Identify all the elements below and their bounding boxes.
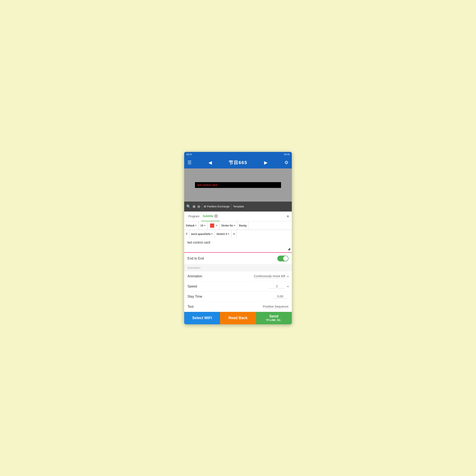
animation-row[interactable]: Animation Continuously move left ◀ — [184, 271, 292, 281]
tab-subtitle[interactable]: Subtitle × — [201, 211, 220, 221]
toggle-knob — [283, 256, 288, 261]
toolbar-divider2 — [231, 204, 231, 209]
read-back-label: Read Back — [228, 316, 248, 320]
send-sub-label: TP-LINK_5G_ — [266, 319, 282, 322]
bg-selector[interactable]: Backg — [237, 221, 248, 230]
tab-subtitle-label: Subtitle — [203, 214, 213, 218]
top-nav: ☰ ◀ 节目665 ▶ ⚙ — [184, 157, 292, 169]
zoom-in-icon[interactable]: ⊕ — [192, 204, 196, 209]
bg-label: Backg — [239, 224, 246, 227]
end-to-end-row: End to End — [184, 253, 292, 265]
partition-icon: ⊞ — [204, 205, 206, 208]
tab-row: Program Subtitle × + — [184, 211, 292, 221]
animation-section-header: Animation — [184, 265, 292, 271]
t-button[interactable]: T — [184, 230, 189, 238]
tab-close-icon[interactable]: × — [214, 214, 218, 218]
color-selector[interactable]: ▼ — [208, 221, 219, 230]
end-to-end-label: End to End — [187, 257, 204, 260]
text-value: Positive Sequence — [263, 305, 289, 309]
animation-value-container[interactable]: Continuously move left ◀ — [254, 274, 289, 278]
send-button[interactable]: Send TP-LINK_5G_ — [256, 312, 292, 324]
word-space-label: word space — [191, 232, 205, 236]
preview-text: led control card — [195, 182, 281, 188]
format-bars: Default ▼ 16 ▼ ▼ Stroke No ▼ Backg T — [184, 221, 292, 238]
status-bar: HD B 09:45 — [184, 152, 292, 157]
speed-label: Speed — [187, 285, 197, 288]
prev-icon[interactable]: ◀ — [208, 160, 212, 165]
toolbar-divider — [202, 204, 202, 209]
toolbar: 🔍 ⊕ ⊖ ⊞ Partition Exchange Template — [184, 202, 292, 211]
align-icon: ≡ — [233, 232, 235, 236]
text-label: Text — [187, 305, 193, 308]
stroke-arrow: ▼ — [234, 224, 236, 227]
stretch-label: Stretch — [217, 232, 225, 236]
size-label: 16 — [200, 224, 203, 227]
settings-icon[interactable]: ⚙ — [284, 160, 289, 165]
menu-icon[interactable]: ☰ — [187, 160, 192, 165]
bottom-buttons: Select WiFi Read Back Send TP-LINK_5G_ — [184, 312, 292, 324]
stretch-arrow: ▼ — [228, 233, 230, 235]
animation-value: Continuously move left — [254, 274, 285, 278]
word-space-arrow: ▼ — [211, 233, 213, 235]
next-icon[interactable]: ▶ — [264, 160, 268, 165]
animation-label: Animation — [187, 274, 202, 278]
size-arrow: ▼ — [204, 224, 206, 227]
stay-time-label: Stay Time — [187, 295, 202, 298]
tab-add-button[interactable]: + — [287, 213, 289, 219]
text-content: led control card — [187, 241, 210, 244]
settings-section: End to End Animation Animation Continuou… — [184, 253, 292, 312]
page-title: 节目665 — [229, 160, 248, 166]
format-row-2: T word space Defa ▼ Stretch 0 ▼ ≡ — [184, 230, 292, 238]
tab-program-label: Program — [188, 215, 200, 218]
tab-program[interactable]: Program — [187, 211, 201, 221]
partition-label: Partition Exchange — [207, 205, 230, 208]
text-value-container[interactable]: Positive Sequence — [263, 305, 289, 309]
t-label: T — [186, 232, 187, 236]
word-space-value: Defa — [205, 232, 210, 236]
status-bar-right: 09:45 — [284, 153, 290, 156]
send-label: Send — [269, 314, 278, 319]
speed-value: 2 — [269, 284, 285, 289]
font-selector[interactable]: Default ▼ — [184, 221, 199, 230]
speed-row[interactable]: Speed 2 ◀ — [184, 281, 292, 292]
status-bar-time: 09:45 — [284, 153, 290, 156]
stroke-label: Stroke No — [221, 224, 233, 227]
read-back-button[interactable]: Read Back — [220, 312, 256, 324]
zoom-out-icon[interactable]: ⊖ — [197, 204, 200, 209]
font-arrow: ▼ — [195, 224, 197, 227]
select-wifi-label: Select WiFi — [192, 316, 212, 320]
animation-arrow: ◀ — [287, 275, 289, 277]
word-space-selector[interactable]: word space Defa ▼ — [189, 230, 215, 238]
font-label: Default — [186, 224, 194, 227]
preview-area: led control card — [184, 169, 292, 202]
format-row-1: Default ▼ 16 ▼ ▼ Stroke No ▼ Backg — [184, 221, 292, 230]
align-button[interactable]: ≡ — [232, 230, 237, 238]
speed-arrow: ◀ — [287, 285, 289, 288]
status-bar-left: HD B — [186, 153, 192, 156]
stretch-selector[interactable]: Stretch 0 ▼ — [215, 230, 232, 238]
text-row[interactable]: Text Positive Sequence — [184, 302, 292, 312]
select-wifi-button[interactable]: Select WiFi — [184, 312, 220, 324]
cursor-arrow-icon: ◢ — [288, 247, 290, 251]
stay-time-value-container[interactable]: 0.00 — [272, 294, 289, 299]
template-button[interactable]: Template — [233, 205, 244, 208]
animation-section-label: Animation — [187, 266, 200, 270]
speed-value-container[interactable]: 2 ◀ — [269, 284, 289, 289]
color-box — [210, 223, 214, 228]
template-label: Template — [233, 205, 244, 208]
end-to-end-toggle[interactable] — [277, 255, 289, 261]
color-arrow: ▼ — [215, 224, 218, 227]
partition-exchange-button[interactable]: ⊞ Partition Exchange — [204, 205, 230, 208]
stretch-value: 0 — [226, 232, 227, 236]
phone-container: HD B 09:45 ☰ ◀ 节目665 ▶ ⚙ led control car… — [184, 152, 292, 324]
stay-time-value: 0.00 — [272, 294, 289, 299]
search-icon[interactable]: 🔍 — [186, 204, 191, 209]
stroke-selector[interactable]: Stroke No ▼ — [219, 221, 237, 230]
size-selector[interactable]: 16 ▼ — [199, 221, 208, 230]
status-bar-left-text: HD B — [186, 153, 192, 156]
stay-time-row[interactable]: Stay Time 0.00 — [184, 292, 292, 302]
text-input-area[interactable]: led control card ◢ — [184, 238, 292, 253]
